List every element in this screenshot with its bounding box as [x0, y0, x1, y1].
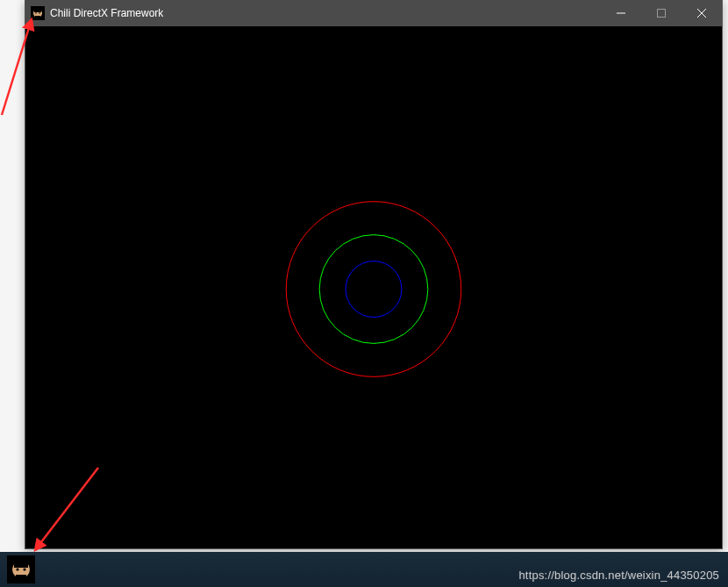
- svg-point-4: [35, 12, 37, 14]
- svg-rect-2: [34, 9, 41, 12]
- application-window: Chili DirectX Framework: [25, 0, 723, 549]
- svg-point-15: [23, 568, 25, 570]
- svg-rect-13: [16, 575, 26, 580]
- svg-point-14: [16, 568, 18, 570]
- close-button[interactable]: [682, 0, 722, 26]
- svg-point-5: [39, 12, 40, 14]
- window-title: Chili DirectX Framework: [50, 7, 601, 19]
- svg-rect-3: [35, 16, 40, 18]
- circle-inner: [346, 261, 402, 318]
- app-icon: [31, 6, 45, 20]
- minimize-button[interactable]: [601, 0, 641, 26]
- window-controls: [601, 0, 722, 26]
- watermark-text: https://blog.csdn.net/weixin_44350205: [518, 569, 719, 582]
- svg-rect-7: [658, 10, 666, 18]
- circles-render: [25, 26, 722, 548]
- titlebar[interactable]: Chili DirectX Framework: [25, 0, 722, 26]
- svg-rect-12: [14, 561, 28, 568]
- circle-middle: [319, 235, 428, 344]
- taskbar-app-icon[interactable]: [7, 555, 35, 583]
- maximize-button[interactable]: [641, 0, 682, 26]
- circle-outer: [286, 202, 460, 377]
- client-area: [25, 26, 722, 548]
